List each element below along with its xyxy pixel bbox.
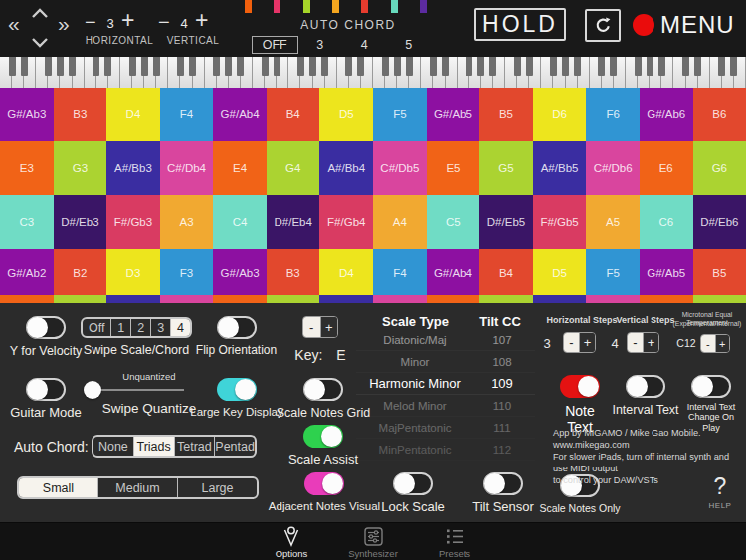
piano-black-key[interactable] (635, 57, 642, 76)
piano-black-key[interactable] (406, 57, 413, 76)
note-cell[interactable]: G#/Ab2 (0, 249, 54, 295)
note-cell[interactable]: D#/Eb3 (54, 195, 107, 249)
segment-option-large[interactable]: Large (178, 478, 257, 497)
piano-black-key[interactable] (694, 57, 701, 76)
piano-black-key[interactable] (477, 57, 484, 76)
note-cell[interactable]: G3 (54, 141, 107, 195)
segment-option-3[interactable]: 3 (151, 319, 171, 336)
segment-option-off[interactable]: Off (83, 319, 111, 336)
auto-chord-tab-4[interactable]: 4 (342, 36, 387, 54)
piano-black-key[interactable] (321, 57, 328, 76)
note-cell[interactable]: B6 (693, 88, 746, 141)
menu-button[interactable]: MENU (660, 11, 735, 39)
piano-black-key[interactable] (57, 57, 64, 76)
swipe-quantize-knob[interactable] (84, 381, 101, 399)
note-cell[interactable]: A5 (586, 195, 640, 249)
piano-black-key[interactable] (357, 57, 364, 76)
horizontal-increment[interactable]: + (121, 9, 134, 32)
note-text-toggle[interactable] (560, 375, 600, 398)
piano-black-key[interactable] (550, 57, 557, 76)
piano-black-key[interactable] (526, 57, 533, 76)
note-cell[interactable]: G#/Ab5 (427, 88, 480, 141)
piano-black-key[interactable] (104, 57, 111, 76)
note-cell[interactable]: D#/Eb6 (693, 195, 746, 249)
vertical-increment[interactable]: + (195, 9, 208, 32)
adjacent-notes-visual-toggle[interactable] (304, 472, 344, 495)
piano-black-key[interactable] (129, 57, 136, 76)
note-cell[interactable]: F5 (373, 88, 427, 141)
piano-black-key[interactable] (21, 57, 28, 76)
note-cell[interactable]: F#/Gb5 (533, 195, 587, 249)
tab-synthesizer[interactable]: Synthesizer (333, 526, 413, 559)
piano-black-key[interactable] (574, 57, 581, 76)
piano-black-key[interactable] (297, 57, 304, 76)
piano-black-key[interactable] (682, 57, 689, 76)
segment-option-triads[interactable]: Triads (134, 437, 175, 456)
note-cell[interactable]: G#/Ab5 (640, 249, 693, 295)
note-cell[interactable]: F3 (160, 249, 214, 295)
y-for-velocity-toggle[interactable] (26, 316, 66, 339)
key-increment[interactable]: + (320, 317, 338, 337)
large-key-display-toggle[interactable] (217, 378, 257, 401)
note-cell[interactable]: D#/Eb5 (479, 195, 533, 249)
note-cell[interactable]: C6 (640, 195, 693, 249)
note-cell[interactable]: D6 (533, 88, 587, 141)
note-cell[interactable]: C5 (427, 195, 480, 249)
note-cell[interactable]: F4 (160, 88, 214, 141)
scale-type-row[interactable]: Harmonic Minor109 (356, 373, 535, 395)
note-cell[interactable]: C#/Db5 (373, 141, 427, 195)
piano-black-key[interactable] (45, 57, 52, 76)
chevron-down-icon[interactable] (30, 37, 50, 48)
note-cell[interactable]: G6 (693, 141, 746, 195)
note-cell[interactable]: G5 (479, 141, 533, 195)
segment-option-pentad[interactable]: Pentad (215, 437, 255, 456)
piano-black-key[interactable] (213, 57, 220, 76)
piano-black-key[interactable] (177, 57, 184, 76)
piano-black-key[interactable] (274, 57, 280, 76)
auto-chord-tab-off[interactable]: OFF (252, 36, 298, 54)
horizontal-steps-increment[interactable]: + (579, 333, 595, 352)
note-cell[interactable]: G#/Ab3 (0, 88, 54, 141)
piano-black-key[interactable] (718, 57, 725, 76)
piano-black-key[interactable] (189, 57, 196, 76)
refresh-button[interactable] (585, 9, 621, 42)
page-forward-icon[interactable]: » (58, 13, 70, 34)
interval-text-change-toggle[interactable] (691, 375, 731, 398)
note-cell[interactable]: C#/Db6 (586, 141, 640, 195)
note-cell[interactable]: D3 (106, 249, 160, 295)
note-cell[interactable]: A#/Bb5 (533, 141, 587, 195)
note-cell[interactable]: E3 (0, 141, 54, 195)
piano-black-key[interactable] (430, 57, 437, 76)
note-cell[interactable]: C4 (213, 195, 267, 249)
note-cell[interactable]: B4 (479, 249, 533, 295)
note-cell[interactable]: B5 (479, 88, 533, 141)
piano-black-key[interactable] (141, 57, 148, 76)
note-cell[interactable]: D5 (533, 249, 587, 295)
segment-option-2[interactable]: 2 (131, 319, 151, 336)
note-cell[interactable]: F#/Gb3 (106, 195, 160, 249)
note-cell[interactable]: B5 (693, 249, 746, 295)
note-cell[interactable]: B2 (54, 249, 107, 295)
vertical-steps-decrement[interactable]: - (628, 333, 643, 352)
interval-text-toggle[interactable] (626, 375, 665, 398)
segment-option-4[interactable]: 4 (171, 319, 190, 336)
chevron-up-icon[interactable] (30, 8, 50, 19)
piano-black-key[interactable] (345, 57, 352, 76)
note-cell[interactable]: F#/Gb4 (319, 195, 373, 249)
segment-option-none[interactable]: None (93, 437, 134, 456)
piano-black-key[interactable] (562, 57, 569, 76)
auto-chord-tab-3[interactable]: 3 (298, 36, 343, 54)
piano-black-key[interactable] (730, 57, 737, 76)
tab-presets[interactable]: Presets (415, 526, 494, 559)
key-decrement[interactable]: - (303, 317, 320, 337)
piano-black-key[interactable] (153, 57, 160, 76)
horizontal-decrement[interactable]: − (85, 12, 96, 32)
microtonal-decrement[interactable]: - (701, 335, 715, 352)
note-cell[interactable]: C3 (0, 195, 54, 249)
swipe-quantize-track[interactable] (93, 389, 184, 391)
piano-black-key[interactable] (489, 57, 496, 76)
note-cell[interactable]: E4 (213, 141, 267, 195)
piano-black-key[interactable] (69, 57, 76, 76)
note-cell[interactable]: D4 (319, 249, 373, 295)
note-cell[interactable]: F5 (586, 249, 640, 295)
